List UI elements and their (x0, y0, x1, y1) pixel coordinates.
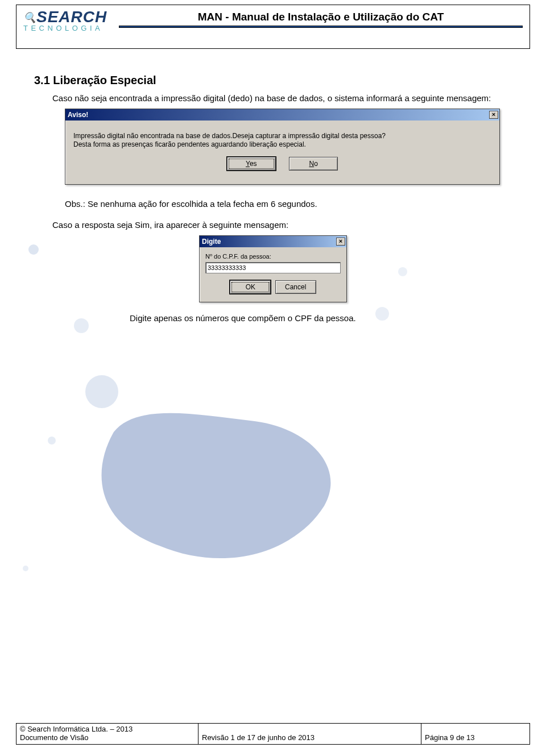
after-dialog2-text: Digite apenas os números que compõem o C… (130, 313, 512, 324)
dialog-message-line1: Impressão digital não encontrada na base… (73, 132, 491, 140)
ok-button[interactable]: OK (230, 280, 271, 294)
cpf-input[interactable] (205, 262, 341, 273)
section-heading: 3.1 Liberação Especial (34, 74, 512, 87)
after-dialog1-text: Caso a resposta seja Sim, ira aparecer à… (52, 219, 512, 231)
cpf-field-label: Nº do C.P.F. da pessoa: (205, 253, 341, 260)
dialog-title-text: Aviso! (68, 111, 88, 119)
dialog-title-text: Digite (202, 238, 221, 246)
close-icon[interactable]: × (489, 111, 498, 119)
digite-dialog: Digite × Nº do C.P.F. da pessoa: OK Canc… (199, 235, 347, 302)
footer-revision: Revisão 1 de 17 de junho de 2013 (202, 733, 315, 742)
logo: 🔍SEARCH TECNOLOGIA (16, 5, 119, 48)
cancel-button[interactable]: Cancel (275, 280, 316, 294)
footer-company: © Search Informática Ltda. – 2013 (20, 725, 195, 733)
no-button[interactable]: No (289, 157, 338, 171)
title-underline (119, 26, 523, 28)
document-footer: © Search Informática Ltda. – 2013 Docume… (16, 723, 530, 745)
logo-text: SEARCH (36, 8, 107, 26)
note-text: Obs.: Se nenhuma ação for escolhida a te… (65, 199, 317, 209)
footer-page-number: Página 9 de 13 (425, 733, 474, 742)
close-icon[interactable]: × (336, 238, 345, 246)
logo-subtext: TECNOLOGIA (23, 24, 114, 32)
dialog-titlebar: Digite × (200, 236, 346, 247)
yes-button[interactable]: Yes (227, 157, 276, 171)
page-title: MAN - Manual de Instalação e Utilização … (119, 11, 523, 23)
dialog-message-line2: Desta forma as presenças ficarão pendent… (73, 140, 491, 149)
intro-paragraph: Caso não seja encontrada a impressão dig… (52, 93, 512, 104)
dialog-titlebar: Aviso! × (65, 109, 499, 121)
document-header: 🔍SEARCH TECNOLOGIA MAN - Manual de Insta… (16, 5, 530, 49)
footer-doc-type: Documento de Visão (20, 733, 195, 742)
aviso-dialog: Aviso! × Impressão digital não encontrad… (65, 109, 500, 185)
search-icon: 🔍 (23, 14, 36, 22)
